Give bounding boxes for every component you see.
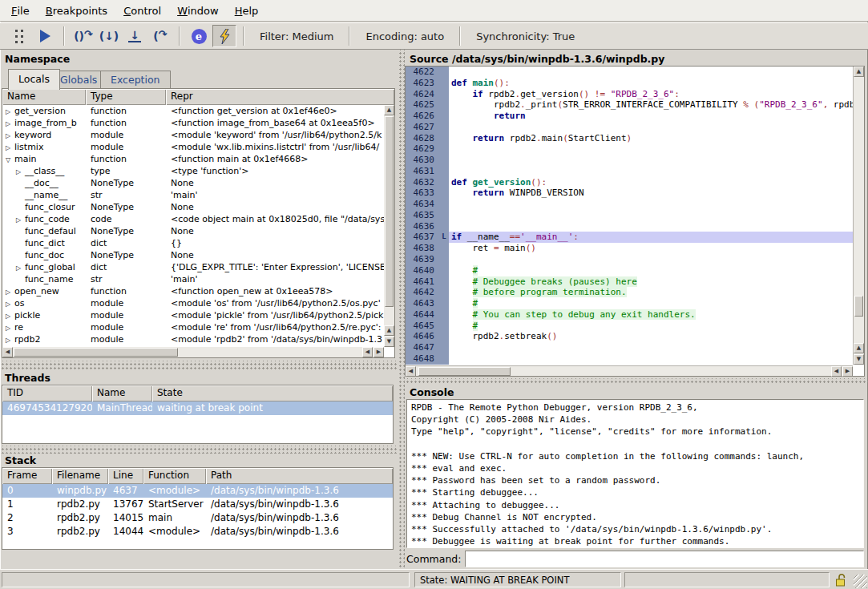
- expand-arrow-icon[interactable]: ▷: [6, 118, 14, 129]
- column-header-function[interactable]: Function: [143, 468, 206, 484]
- column-header-name[interactable]: Name: [92, 385, 152, 401]
- scroll-up-icon[interactable]: ▲: [384, 105, 394, 115]
- goto-icon[interactable]: (↷: [148, 25, 172, 47]
- source-console-splitter[interactable]: [405, 378, 868, 385]
- expand-arrow-icon[interactable]: ▷: [6, 298, 14, 309]
- line-number[interactable]: 4631: [406, 166, 439, 177]
- scroll-left-icon[interactable]: ◀: [406, 366, 416, 377]
- namespace-row[interactable]: ▷func_codecode<code object main at 0x180…: [2, 213, 384, 225]
- menu-item-file[interactable]: File: [3, 0, 38, 21]
- line-number[interactable]: 4637: [406, 232, 439, 243]
- line-number[interactable]: 4639: [406, 254, 439, 265]
- column-header-frame[interactable]: Frame: [2, 468, 52, 484]
- line-number[interactable]: 4626: [406, 111, 439, 122]
- namespace-row[interactable]: ▷__class__type<type 'function'>: [2, 165, 384, 177]
- namespace-row[interactable]: ▷func_globaldict{'DLG_EXPR_TITLE': 'Ente…: [2, 261, 384, 273]
- line-number[interactable]: 4629: [406, 143, 439, 155]
- line-number[interactable]: 4640: [406, 265, 439, 276]
- expand-arrow-icon[interactable]: ▷: [6, 322, 14, 333]
- namespace-row[interactable]: func_closurNoneTypeNone: [2, 201, 384, 213]
- expand-arrow-icon[interactable]: ▷: [6, 286, 14, 297]
- synchronicity-toggle-icon[interactable]: [212, 25, 236, 47]
- line-number[interactable]: 4633: [406, 188, 439, 199]
- line-number[interactable]: 4645: [406, 321, 439, 332]
- line-number[interactable]: 4625: [406, 99, 439, 111]
- scroll-right-icon[interactable]: ▶: [842, 366, 853, 377]
- line-number[interactable]: 4636: [406, 221, 439, 232]
- stack-row[interactable]: 3rpdb2.py14044<module>/data/sys/bin/winp…: [2, 525, 393, 539]
- column-header-tid[interactable]: TID: [2, 385, 92, 401]
- line-number[interactable]: 4632: [406, 177, 439, 188]
- expand-arrow-icon[interactable]: ▷: [6, 106, 14, 117]
- stack-row[interactable]: 0winpdb.py4637<module>/data/sys/bin/winp…: [2, 484, 393, 498]
- expand-arrow-icon[interactable]: ▷: [16, 166, 25, 177]
- expand-arrow-icon[interactable]: ▷: [16, 214, 25, 225]
- expand-arrow-icon[interactable]: ▷: [6, 310, 14, 321]
- main-vertical-splitter[interactable]: [398, 50, 405, 569]
- line-number[interactable]: 4630: [406, 155, 439, 166]
- namespace-row[interactable]: ▷open_newfunction<function open_new at 0…: [2, 285, 384, 297]
- source-vertical-scrollbar[interactable]: ▲ ▲ ▼: [853, 67, 864, 365]
- collapse-arrow-icon[interactable]: ▽: [6, 154, 14, 165]
- scroll-down-icon[interactable]: ▼: [384, 337, 394, 347]
- scroll-left-icon[interactable]: ◀: [831, 366, 842, 377]
- line-number[interactable]: 4648: [406, 353, 439, 365]
- menu-item-window[interactable]: Window: [169, 0, 227, 21]
- scroll-up-icon[interactable]: ▲: [854, 67, 864, 77]
- step-into-icon[interactable]: (↓): [97, 25, 121, 47]
- threads-stack-splitter[interactable]: [0, 446, 398, 454]
- menu-item-breakpoints[interactable]: Breakpoints: [38, 0, 115, 21]
- menu-item-control[interactable]: Control: [115, 0, 169, 21]
- stack-row[interactable]: 2rpdb2.py14015main/data/sys/bin/winpdb-1…: [2, 511, 393, 525]
- line-number[interactable]: 4647: [406, 342, 439, 353]
- line-number[interactable]: 4641: [406, 276, 439, 288]
- scrollbar-thumb[interactable]: [385, 116, 394, 307]
- column-header-state[interactable]: State: [152, 385, 393, 401]
- line-number[interactable]: 4624: [406, 89, 439, 100]
- namespace-row[interactable]: ▽mainfunction<function main at 0x1ef4668…: [2, 153, 384, 165]
- namespace-row[interactable]: ▷picklemodule<module 'pickle' from '/usr…: [2, 309, 384, 321]
- column-header-type[interactable]: Type: [86, 89, 166, 105]
- tab-locals[interactable]: Locals: [8, 69, 60, 90]
- line-number[interactable]: 4643: [406, 298, 439, 309]
- column-header-name[interactable]: Name: [2, 89, 86, 105]
- command-input[interactable]: [465, 551, 864, 567]
- namespace-threads-splitter[interactable]: [0, 361, 398, 369]
- console-output[interactable]: RPDB - The Remote Python Debugger, versi…: [406, 399, 864, 548]
- tab-exception[interactable]: Exception: [100, 71, 171, 89]
- resize-grip[interactable]: [854, 575, 867, 588]
- namespace-row[interactable]: __name__str'main': [2, 189, 384, 201]
- scroll-right-icon[interactable]: ▶: [373, 347, 384, 357]
- source-horizontal-scrollbar[interactable]: ◀ ◀ ▶: [406, 365, 853, 376]
- namespace-row[interactable]: func_defaulNoneTypeNone: [2, 225, 384, 237]
- line-number[interactable]: 4644: [406, 309, 439, 321]
- namespace-row[interactable]: ▷get_versionfunction<function get_versio…: [2, 105, 384, 117]
- namespace-row[interactable]: func_dictdict{}: [2, 237, 384, 249]
- scroll-left-icon[interactable]: ◀: [362, 347, 373, 357]
- step-return-icon[interactable]: ↓: [123, 25, 147, 47]
- scroll-up-icon[interactable]: ▲: [854, 343, 864, 353]
- line-number[interactable]: 4622: [406, 67, 439, 78]
- line-number[interactable]: 4634: [406, 199, 439, 210]
- column-header-repr[interactable]: Repr: [166, 89, 394, 105]
- exception-mode-icon[interactable]: e: [187, 25, 211, 47]
- go-icon[interactable]: [33, 25, 57, 47]
- line-number[interactable]: 4635: [406, 210, 439, 221]
- namespace-row[interactable]: ▷listmixmodule<module 'wx.lib.mixins.lis…: [2, 141, 384, 153]
- expand-arrow-icon[interactable]: ▷: [6, 334, 14, 345]
- scrollbar-thumb[interactable]: [14, 348, 178, 357]
- column-header-path[interactable]: Path: [206, 468, 393, 484]
- menu-item-help[interactable]: Help: [227, 0, 267, 21]
- stack-row[interactable]: 1rpdb2.py13767StartServer/data/sys/bin/w…: [2, 498, 393, 511]
- namespace-row[interactable]: func_namestr'main': [2, 273, 384, 285]
- step-over-icon[interactable]: ()↷: [71, 25, 95, 47]
- column-header-line[interactable]: Line: [108, 468, 143, 484]
- expand-arrow-icon[interactable]: ▷: [6, 142, 14, 153]
- namespace-row[interactable]: func_docNoneTypeNone: [2, 249, 384, 261]
- expand-arrow-icon[interactable]: ▷: [16, 262, 25, 273]
- namespace-row[interactable]: ▷osmodule<module 'os' from '/usr/lib64/p…: [2, 297, 384, 309]
- scrollbar-thumb[interactable]: [418, 367, 511, 376]
- source-code-view[interactable]: 46224623def main():4624 if rpdb2.get_ver…: [406, 67, 853, 365]
- namespace-row[interactable]: ▷remodule<module 're' from '/usr/lib64/p…: [2, 321, 384, 333]
- line-number[interactable]: 4638: [406, 243, 439, 254]
